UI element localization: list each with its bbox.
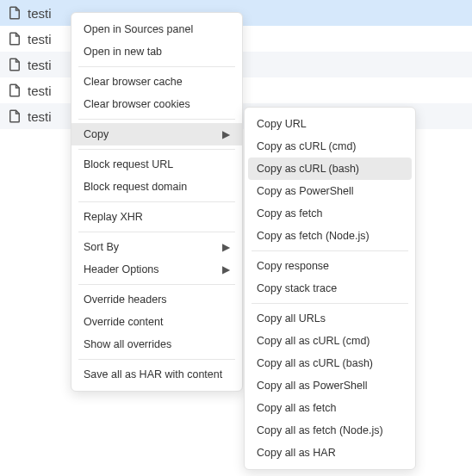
menu-label: Clear browser cookies	[84, 98, 190, 110]
menu-label: Sort By	[84, 241, 119, 253]
menu-separator	[252, 250, 408, 251]
file-icon	[7, 5, 22, 21]
file-icon	[7, 31, 22, 46]
submenu-item-copy-fetch-node[interactable]: Copy as fetch (Node.js)	[245, 225, 415, 247]
menu-label: Copy stack trace	[257, 282, 337, 294]
menu-separator	[78, 66, 235, 67]
submenu-item-copy-all-curl-bash[interactable]: Copy all as cURL (bash)	[245, 352, 415, 374]
chevron-right-icon: ▶	[222, 263, 230, 275]
menu-separator	[78, 232, 235, 232]
submenu-item-copy-fetch[interactable]: Copy as fetch	[245, 202, 415, 225]
menu-separator	[78, 284, 235, 285]
file-label: testi	[28, 109, 52, 124]
menu-label: Copy all as cURL (bash)	[257, 357, 373, 369]
file-icon	[7, 83, 22, 98]
menu-label: Copy as cURL (cmd)	[257, 140, 357, 152]
menu-separator	[78, 201, 235, 202]
menu-item-open-new-tab[interactable]: Open in new tab	[71, 40, 242, 63]
submenu-item-copy-curl-bash[interactable]: Copy as cURL (bash)	[248, 158, 412, 180]
menu-item-block-domain[interactable]: Block request domain	[71, 176, 242, 198]
menu-label: Override content	[84, 316, 163, 328]
menu-item-save-har[interactable]: Save all as HAR with content	[71, 363, 242, 386]
menu-label: Block request URL	[84, 158, 173, 170]
menu-label: Copy	[84, 128, 109, 140]
menu-separator	[78, 359, 235, 360]
submenu-item-copy-all-powershell[interactable]: Copy all as PowerShell	[245, 374, 415, 397]
menu-item-block-url[interactable]: Block request URL	[71, 153, 242, 176]
menu-label: Clear browser cache	[84, 76, 183, 88]
submenu-item-copy-all-urls[interactable]: Copy all URLs	[245, 307, 415, 330]
file-icon	[7, 57, 22, 72]
menu-item-show-overrides[interactable]: Show all overrides	[71, 333, 242, 355]
menu-item-open-sources[interactable]: Open in Sources panel	[71, 18, 242, 40]
context-menu: Open in Sources panel Open in new tab Cl…	[71, 12, 243, 392]
menu-label: Copy URL	[257, 118, 307, 130]
chevron-right-icon: ▶	[222, 128, 230, 140]
menu-label: Copy as cURL (bash)	[257, 163, 359, 175]
chevron-right-icon: ▶	[222, 241, 230, 253]
file-label: testi	[28, 58, 52, 72]
menu-item-clear-cache[interactable]: Clear browser cache	[71, 71, 242, 93]
submenu-item-copy-url[interactable]: Copy URL	[245, 113, 415, 135]
submenu-item-copy-all-curl-cmd[interactable]: Copy all as cURL (cmd)	[245, 330, 415, 352]
menu-label: Copy all as cURL (cmd)	[257, 335, 370, 347]
copy-submenu: Copy URL Copy as cURL (cmd) Copy as cURL…	[244, 107, 416, 470]
menu-separator	[252, 303, 408, 304]
menu-item-replay-xhr[interactable]: Replay XHR	[71, 206, 242, 228]
menu-item-header-options[interactable]: Header Options ▶	[71, 258, 242, 281]
menu-label: Copy all as fetch	[257, 402, 336, 414]
menu-item-copy[interactable]: Copy ▶	[71, 123, 242, 145]
menu-label: Replay XHR	[84, 211, 143, 223]
menu-label: Open in new tab	[84, 46, 162, 58]
submenu-item-copy-all-har[interactable]: Copy all as HAR	[245, 442, 415, 464]
menu-item-clear-cookies[interactable]: Clear browser cookies	[71, 93, 242, 115]
menu-label: Copy as fetch	[257, 207, 322, 219]
file-icon	[7, 108, 22, 124]
file-label: testi	[28, 6, 52, 21]
menu-label: Copy all as PowerShell	[257, 380, 368, 392]
menu-label: Header Options	[84, 263, 159, 275]
submenu-item-copy-stack-trace[interactable]: Copy stack trace	[245, 277, 415, 300]
menu-label: Show all overrides	[84, 338, 171, 350]
menu-label: Copy response	[257, 260, 329, 272]
menu-label: Copy as fetch (Node.js)	[257, 230, 370, 242]
menu-label: Copy all as fetch (Node.js)	[257, 424, 383, 436]
submenu-item-copy-curl-cmd[interactable]: Copy as cURL (cmd)	[245, 135, 415, 158]
submenu-item-copy-all-fetch-node[interactable]: Copy all as fetch (Node.js)	[245, 419, 415, 442]
menu-label: Copy all URLs	[257, 312, 326, 325]
menu-separator	[78, 149, 235, 150]
menu-label: Override headers	[84, 294, 167, 306]
menu-item-override-headers[interactable]: Override headers	[71, 288, 242, 311]
menu-label: Copy all as HAR	[257, 447, 336, 459]
menu-separator	[78, 119, 235, 120]
file-label: testi	[28, 32, 52, 46]
menu-item-sort-by[interactable]: Sort By ▶	[71, 236, 242, 258]
file-label: testi	[28, 83, 52, 98]
menu-label: Copy as PowerShell	[257, 185, 354, 197]
submenu-item-copy-all-fetch[interactable]: Copy all as fetch	[245, 397, 415, 419]
menu-label: Block request domain	[84, 181, 187, 193]
menu-label: Save all as HAR with content	[84, 368, 222, 380]
submenu-item-copy-powershell[interactable]: Copy as PowerShell	[245, 180, 415, 202]
submenu-item-copy-response[interactable]: Copy response	[245, 255, 415, 277]
menu-item-override-content[interactable]: Override content	[71, 311, 242, 333]
menu-label: Open in Sources panel	[84, 23, 193, 35]
